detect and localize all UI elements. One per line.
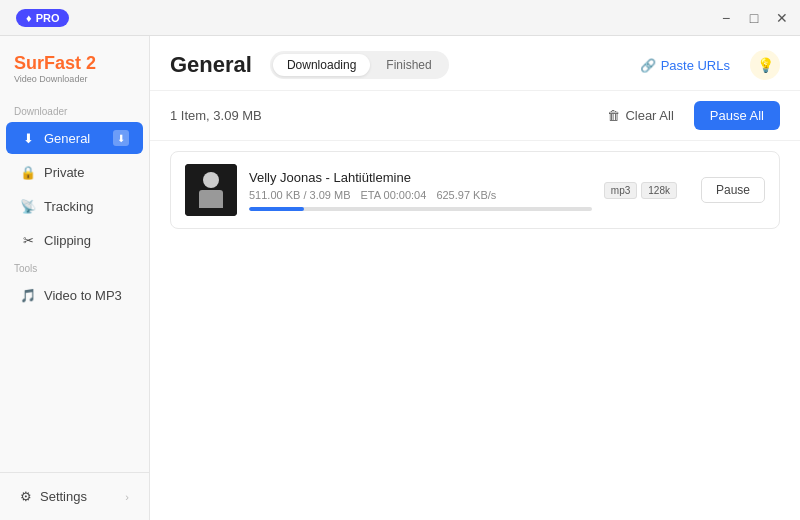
close-button[interactable]: ✕ — [772, 8, 792, 28]
sidebar-item-clipping-label: Clipping — [44, 233, 91, 248]
titlebar: ♦ PRO − □ ✕ — [0, 0, 800, 36]
sidebar-item-private[interactable]: 🔒 Private — [6, 156, 143, 188]
toolbar: 1 Item, 3.09 MB 🗑 Clear All Pause All — [150, 91, 800, 141]
thumbnail-figure — [185, 164, 237, 216]
settings-left: ⚙ Settings — [20, 489, 87, 504]
download-info: Velly Joonas - Lahtiütlemine 511.00 KB /… — [249, 170, 592, 211]
download-meta: 511.00 KB / 3.09 MB ETA 00:00:04 625.97 … — [249, 189, 592, 201]
settings-icon: ⚙ — [20, 489, 32, 504]
sidebar-item-general[interactable]: ⬇ General ⬇ — [6, 122, 143, 154]
sidebar: SurFast 2 Video Downloader Downloader ⬇ … — [0, 36, 150, 520]
logo-text: SurFast 2 — [14, 54, 135, 72]
pause-button[interactable]: Pause — [701, 177, 765, 203]
logo-surfast: SurFast 2 — [14, 53, 96, 73]
download-icon: ⬇ — [20, 130, 36, 146]
window-controls: − □ ✕ — [716, 8, 792, 28]
settings-label: Settings — [40, 489, 87, 504]
downloader-section-label: Downloader — [0, 100, 149, 121]
logo-subtitle: Video Downloader — [14, 74, 135, 84]
item-count: 1 Item, 3.09 MB — [170, 108, 597, 123]
main-content: General Downloading Finished 🔗 Paste URL… — [150, 36, 800, 520]
minimize-button[interactable]: − — [716, 8, 736, 28]
page-title: General — [170, 52, 252, 78]
clear-all-button[interactable]: 🗑 Clear All — [597, 102, 683, 129]
download-list: Velly Joonas - Lahtiütlemine 511.00 KB /… — [150, 141, 800, 520]
download-eta: ETA 00:00:04 — [361, 189, 427, 201]
sidebar-bottom: ⚙ Settings › — [0, 472, 149, 520]
link-icon: 🔗 — [640, 58, 656, 73]
header-right: 🔗 Paste URLs 💡 — [632, 50, 780, 80]
tab-finished[interactable]: Finished — [372, 54, 445, 76]
maximize-button[interactable]: □ — [744, 8, 764, 28]
pro-badge[interactable]: ♦ PRO — [16, 9, 69, 27]
sidebar-item-video-to-mp3[interactable]: 🎵 Video to MP3 — [6, 279, 143, 311]
tab-downloading[interactable]: Downloading — [273, 54, 370, 76]
table-row: Velly Joonas - Lahtiütlemine 511.00 KB /… — [170, 151, 780, 229]
clear-all-label: Clear All — [625, 108, 673, 123]
thumb-body — [199, 190, 223, 208]
main-header: General Downloading Finished 🔗 Paste URL… — [150, 36, 800, 91]
tools-section-label: Tools — [0, 257, 149, 278]
sidebar-item-tracking-label: Tracking — [44, 199, 93, 214]
format-badge: mp3 — [604, 182, 637, 199]
thumb-head — [203, 172, 219, 188]
download-speed: 625.97 KB/s — [436, 189, 496, 201]
lightbulb-button[interactable]: 💡 — [750, 50, 780, 80]
tracking-icon: 📡 — [20, 198, 36, 214]
pause-all-button[interactable]: Pause All — [694, 101, 780, 130]
progress-bar-container — [249, 207, 592, 211]
clipping-icon: ✂ — [20, 232, 36, 248]
tab-group: Downloading Finished — [270, 51, 449, 79]
pro-label: PRO — [36, 12, 60, 24]
lightbulb-icon: 💡 — [757, 57, 774, 73]
download-badge-icon: ⬇ — [113, 130, 129, 146]
paste-urls-button[interactable]: 🔗 Paste URLs — [632, 53, 738, 78]
app-logo: SurFast 2 Video Downloader — [0, 44, 149, 100]
sidebar-item-general-label: General — [44, 131, 90, 146]
logo-number: 2 — [86, 53, 96, 73]
paste-urls-label: Paste URLs — [661, 58, 730, 73]
quality-badge: 128k — [641, 182, 677, 199]
download-thumbnail — [185, 164, 237, 216]
download-name: Velly Joonas - Lahtiütlemine — [249, 170, 592, 185]
diamond-icon: ♦ — [26, 12, 32, 24]
toolbar-right: 🗑 Clear All Pause All — [597, 101, 780, 130]
chevron-right-icon: › — [125, 491, 129, 503]
lock-icon: 🔒 — [20, 164, 36, 180]
settings-item[interactable]: ⚙ Settings › — [6, 481, 143, 512]
progress-bar — [249, 207, 304, 211]
sidebar-item-video-to-mp3-label: Video to MP3 — [44, 288, 122, 303]
sidebar-item-tracking[interactable]: 📡 Tracking — [6, 190, 143, 222]
music-icon: 🎵 — [20, 287, 36, 303]
download-size: 511.00 KB / 3.09 MB — [249, 189, 351, 201]
sidebar-item-clipping[interactable]: ✂ Clipping — [6, 224, 143, 256]
app-body: SurFast 2 Video Downloader Downloader ⬇ … — [0, 36, 800, 520]
format-badges: mp3 128k — [604, 182, 677, 199]
sidebar-item-private-label: Private — [44, 165, 84, 180]
trash-icon: 🗑 — [607, 108, 620, 123]
